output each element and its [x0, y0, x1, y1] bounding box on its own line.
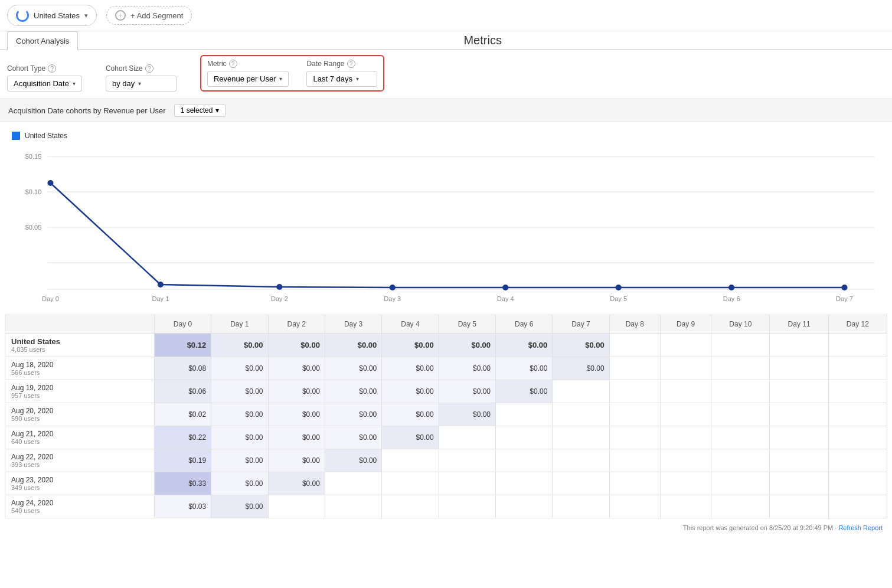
segment-united-states[interactable]: United States ▾	[7, 5, 97, 26]
col-day3: Day 3	[325, 315, 381, 334]
table-cell: $0.00	[211, 357, 268, 380]
table-cell	[439, 495, 495, 518]
table-cell: $0.00	[211, 334, 268, 357]
table-row: Aug 19, 2020957 users$0.06$0.00$0.00$0.0…	[5, 380, 887, 403]
table-cell: $0.00	[382, 334, 439, 357]
metric-dropdown[interactable]: Revenue per User ▾	[207, 71, 289, 87]
table-cell: $0.19	[154, 449, 211, 472]
table-cell	[382, 495, 439, 518]
table-cell	[828, 495, 887, 518]
table-cell: $0.00	[211, 403, 268, 426]
table-cell	[711, 403, 770, 426]
cohort-type-dropdown[interactable]: Acquisition Date ▾	[7, 76, 82, 92]
svg-text:Day 4: Day 4	[497, 295, 514, 302]
table-cell	[660, 472, 711, 495]
metrics-title: Metrics	[463, 28, 501, 49]
svg-point-11	[390, 285, 396, 290]
col-day5: Day 5	[439, 315, 495, 334]
table-cell	[382, 472, 439, 495]
table-cell: $0.00	[325, 334, 381, 357]
table-cell: $0.33	[154, 472, 211, 495]
table-cell	[609, 334, 660, 357]
table-cell: $0.00	[495, 357, 552, 380]
table-cell: $0.00	[268, 357, 325, 380]
table-cell	[828, 472, 887, 495]
date-range-dropdown[interactable]: Last 7 days ▾	[306, 71, 377, 87]
table-cell	[553, 472, 609, 495]
cohort-type-label: Cohort Type ?	[7, 64, 82, 73]
table-cell: $0.00	[382, 426, 439, 449]
table-cell: $0.00	[325, 426, 381, 449]
row-label: Aug 21, 2020640 users	[5, 426, 155, 449]
table-cell	[609, 357, 660, 380]
svg-point-8	[47, 180, 53, 186]
metric-group: Metric ? Revenue per User ▾	[207, 60, 289, 87]
svg-point-9	[158, 282, 164, 288]
table-header-row: Day 0 Day 1 Day 2 Day 3 Day 4 Day 5 Day …	[5, 315, 887, 334]
table-cell	[660, 357, 711, 380]
table-cell: $0.00	[439, 380, 495, 403]
metric-label: Metric ?	[207, 60, 289, 68]
table-cell	[609, 380, 660, 403]
table-cell	[553, 380, 609, 403]
cohort-type-value: Acquisition Date	[14, 79, 69, 88]
col-day7: Day 7	[553, 315, 609, 334]
metric-help[interactable]: ?	[229, 60, 237, 68]
table-cell	[711, 449, 770, 472]
row-label: United States4,035 users	[5, 334, 155, 357]
table-cell: $0.00	[211, 472, 268, 495]
refresh-report-link[interactable]: Refresh Report	[838, 524, 883, 531]
table-row: Aug 22, 2020393 users$0.19$0.00$0.00$0.0…	[5, 449, 887, 472]
table-cell: $0.00	[325, 357, 381, 380]
cohort-type-help[interactable]: ?	[48, 64, 56, 73]
table-cell: $0.12	[154, 334, 211, 357]
table-cell	[325, 495, 381, 518]
table-cell	[660, 426, 711, 449]
table-cell	[553, 403, 609, 426]
table-cell	[828, 403, 887, 426]
table-cell: $0.00	[553, 357, 609, 380]
row-label: Aug 23, 2020349 users	[5, 472, 155, 495]
table-cell	[495, 472, 552, 495]
metric-chevron: ▾	[279, 76, 282, 82]
table-cell: $0.00	[325, 380, 381, 403]
row-label: Aug 18, 2020566 users	[5, 357, 155, 380]
table-cell	[828, 380, 887, 403]
svg-point-14	[728, 285, 734, 290]
table-cell: $0.00	[268, 472, 325, 495]
row-label: Aug 20, 2020590 users	[5, 403, 155, 426]
date-range-help[interactable]: ?	[347, 60, 355, 68]
tab-label: Cohort Analysis	[16, 37, 69, 45]
info-bar: Acquisition Date cohorts by Revenue per …	[0, 99, 892, 122]
legend-color-box	[12, 132, 20, 140]
cohort-size-help[interactable]: ?	[145, 64, 153, 73]
col-day11: Day 11	[770, 315, 828, 334]
table-cell	[609, 449, 660, 472]
controls-row: Cohort Type ? Acquisition Date ▾ Cohort …	[0, 50, 892, 99]
table-cell	[711, 472, 770, 495]
table-cell	[660, 449, 711, 472]
table-cell	[609, 495, 660, 518]
cohort-size-value: by day	[112, 79, 135, 88]
svg-text:Day 7: Day 7	[836, 295, 853, 302]
table-cell	[770, 357, 828, 380]
cohort-size-dropdown[interactable]: by day ▾	[106, 76, 177, 92]
add-segment-label: + Add Segment	[130, 11, 183, 20]
table-cell	[660, 334, 711, 357]
date-range-label: Date Range ?	[306, 60, 377, 68]
date-range-value: Last 7 days	[313, 74, 352, 83]
table-cell	[439, 472, 495, 495]
chart-svg: $0.15 $0.10 $0.05 Day 0 Day 1 Day 2 Day …	[12, 145, 880, 310]
table-cell: $0.00	[382, 403, 439, 426]
row-label: Aug 22, 2020393 users	[5, 449, 155, 472]
table-cell: $0.00	[211, 380, 268, 403]
table-cell: $0.00	[325, 403, 381, 426]
col-day8: Day 8	[609, 315, 660, 334]
table-cell: $0.00	[495, 380, 552, 403]
table-cell: $0.00	[439, 357, 495, 380]
selected-button[interactable]: 1 selected ▾	[174, 104, 226, 117]
footer-text: This report was generated on 8/25/20 at …	[683, 524, 839, 531]
tab-cohort-analysis[interactable]: Cohort Analysis	[7, 31, 78, 50]
svg-text:Day 6: Day 6	[723, 295, 740, 302]
add-segment-button[interactable]: + + Add Segment	[106, 6, 192, 25]
